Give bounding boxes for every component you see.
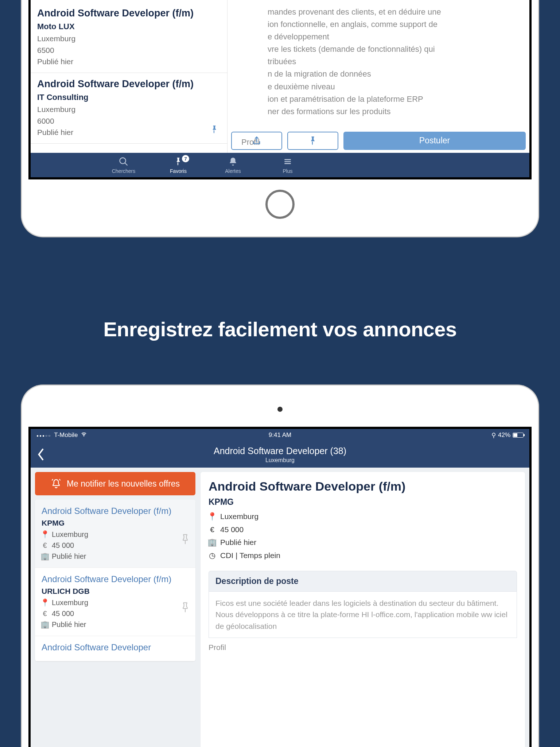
job-location: Luxemburg (37, 33, 221, 44)
list-item[interactable]: Android Software Developer (f/m) KPMG 📍L… (35, 500, 195, 568)
battery-icon (513, 433, 524, 438)
action-row: Postuler (231, 132, 526, 150)
detail-text: ion fonctionnelle, en anglais, comme sup… (235, 18, 522, 31)
menu-icon (283, 156, 292, 167)
building-icon: 🏢 (42, 619, 48, 630)
promo-headline: Enregistrez facilement vos annonces (0, 317, 560, 341)
header-subtitle: Luxemburg (265, 457, 295, 464)
detail-text: mandes provenant des clients, et en dédu… (235, 6, 522, 18)
back-button[interactable] (37, 448, 45, 462)
detail-posted: Publié hier (220, 536, 256, 549)
detail-text: e deuxième niveau (235, 81, 522, 93)
detail-salary: 45 000 (220, 523, 244, 536)
list-location: Luxemburg (52, 529, 88, 540)
detail-panel: Android Software Developer (f/m) KPMG 📍L… (201, 472, 525, 747)
profil-label: Profil (209, 643, 517, 652)
svg-point-0 (120, 158, 126, 164)
pin-button[interactable] (287, 132, 338, 150)
list-company: URLICH DGB (42, 587, 189, 596)
list-salary: 45 000 (52, 540, 74, 551)
list-title: Android Software Developer (f/m) (42, 574, 189, 585)
pin-icon[interactable] (210, 125, 219, 137)
tablet-frame-bottom: T-Mobile 9:41 AM ⚲ 42% Android Software … (21, 385, 539, 747)
bell-ring-icon (51, 478, 62, 489)
detail-text: ion et paramétrisation de la plateforme … (235, 93, 522, 105)
result-list: Android Software Developer (f/m) KPMG 📍L… (35, 500, 195, 661)
nav-label: Cherchers (112, 168, 136, 174)
detail-text: ner des formations sur les produits (235, 105, 522, 118)
notify-label: Me notifier les nouvelles offres (67, 479, 180, 489)
job-salary: 6000 (37, 115, 221, 127)
bottom-nav: Cherchers Favoris 7 Alertes Plus (31, 153, 529, 177)
pin-location-icon: 📍 (209, 510, 216, 523)
nav-alerts[interactable]: Alertes (206, 153, 260, 177)
nav-favorites[interactable]: Favoris 7 (151, 153, 206, 177)
tablet-frame-top: Android Software Developer (f/m) Moto LU… (21, 0, 539, 237)
nav-more[interactable]: Plus (260, 153, 315, 177)
search-icon (118, 156, 129, 167)
clock-icon: ◷ (209, 549, 216, 562)
nav-label: Alertes (225, 168, 241, 174)
bell-icon (228, 156, 238, 167)
pin-icon (174, 156, 183, 167)
left-column: Me notifier les nouvelles offres Android… (35, 472, 195, 747)
list-title: Android Software Developer (f/m) (42, 506, 189, 516)
header-title: Android Software Developer (38) (214, 446, 346, 456)
job-posted: Publié hier (37, 56, 221, 67)
app-header: Android Software Developer (38) Luxembur… (31, 441, 529, 468)
job-company: Moto LUX (37, 22, 221, 31)
job-detail-panel: mandes provenant des clients, et en dédu… (228, 0, 529, 153)
euro-icon: € (42, 608, 48, 619)
job-salary: 6500 (37, 44, 221, 56)
nav-label: Plus (283, 168, 292, 174)
job-title: Android Software Developer (f/m) (37, 78, 221, 90)
job-title: Android Software Developer (f/m) (37, 7, 221, 19)
screen-bottom: T-Mobile 9:41 AM ⚲ 42% Android Software … (28, 427, 532, 747)
job-location: Luxemburg (37, 104, 221, 115)
list-posted: Publié hier (52, 551, 86, 562)
euro-icon: € (42, 540, 48, 551)
nav-badge: 7 (182, 155, 189, 162)
detail-company: KPMG (209, 497, 517, 507)
detail-text: e développement (235, 31, 522, 43)
building-icon: 🏢 (42, 551, 48, 562)
list-company: KPMG (42, 519, 189, 527)
detail-contract: CDI | Temps plein (220, 549, 280, 562)
home-button[interactable] (265, 190, 295, 219)
screen-top: Android Software Developer (f/m) Moto LU… (28, 0, 532, 179)
apply-button[interactable]: Postuler (343, 132, 526, 150)
detail-location: Luxemburg (220, 510, 258, 523)
section-body: Ficos est une société leader dans les lo… (209, 592, 517, 638)
detail-text: tribuées (235, 55, 522, 68)
pin-location-icon: 📍 (42, 529, 48, 540)
job-company: IT Consulting (37, 93, 221, 102)
nav-search[interactable]: Cherchers (96, 153, 151, 177)
list-title: Android Software Developer (42, 642, 189, 653)
share-button[interactable] (231, 132, 282, 150)
list-item[interactable]: Android Software Developer (35, 636, 195, 661)
body: Me notifier les nouvelles offres Android… (31, 468, 529, 747)
list-location: Luxemburg (52, 597, 88, 608)
clock: 9:41 AM (31, 431, 529, 439)
building-icon: 🏢 (209, 536, 216, 549)
euro-icon: € (209, 523, 216, 536)
job-posted: Publié hier (37, 127, 221, 138)
pin-outline-icon[interactable] (180, 601, 190, 615)
nav-label: Favoris (170, 168, 187, 174)
notify-button[interactable]: Me notifier les nouvelles offres (35, 472, 195, 495)
detail-title: Android Software Developer (f/m) (209, 479, 517, 494)
detail-text: n de la migration de données (235, 68, 522, 80)
job-row[interactable]: Android Software Developer (f/m) IT Cons… (31, 73, 227, 144)
list-item[interactable]: Android Software Developer (f/m) URLICH … (35, 568, 195, 636)
section-heading: Description de poste (209, 571, 517, 592)
status-bar: T-Mobile 9:41 AM ⚲ 42% (31, 429, 529, 441)
pin-location-icon: 📍 (42, 597, 48, 608)
job-list-panel: Android Software Developer (f/m) Moto LU… (31, 0, 228, 153)
job-row[interactable]: Android Software Developer (f/m) Moto LU… (31, 2, 227, 73)
pin-outline-icon[interactable] (180, 533, 190, 547)
camera-dot (277, 407, 283, 412)
list-salary: 45 000 (52, 608, 74, 619)
list-posted: Publié hier (52, 619, 86, 630)
detail-text: vre les tickets (demande de fonctionnali… (235, 43, 522, 55)
